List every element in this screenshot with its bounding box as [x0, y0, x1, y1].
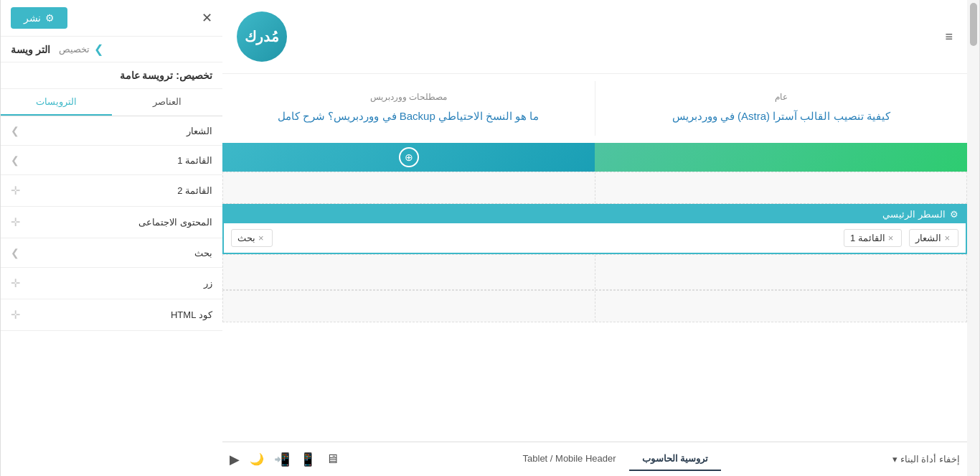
footer-left: إخفاء أداة البناء ▾: [892, 454, 960, 465]
preview-scrollbar[interactable]: [967, 0, 980, 476]
menu-tag-label: القائمة 1: [850, 233, 885, 243]
footer-bar: إخفاء أداة البناء ▾ تروسية الحاسوب Table…: [222, 442, 967, 476]
builder-row-items: × الشعار × القائمة 1 × بحث: [224, 223, 966, 253]
panel-tabs: العناصر الترويسات: [1, 89, 222, 116]
panel-breadcrumb: ❯ تخصيص التر ويسة: [1, 37, 222, 62]
site-logo: مُدرك: [237, 11, 287, 62]
builder-tag-search[interactable]: × بحث: [231, 229, 273, 247]
hide-label: إخفاء أداة البناء: [900, 454, 960, 465]
scroll-thumb: [970, 3, 977, 46]
breadcrumb-arrow-icon[interactable]: ❯: [94, 42, 103, 56]
tab-mobile[interactable]: Tablet / Mobile Header: [510, 447, 629, 471]
panel-item-controls: ✛: [11, 215, 20, 229]
search-tag-close[interactable]: ×: [258, 233, 264, 243]
panel-item-arrow-icon: ❯: [11, 154, 19, 166]
panel-list-item[interactable]: الشعار❯: [1, 116, 222, 146]
builder-bottom-row-2: [222, 290, 967, 322]
breadcrumb-parent: تخصيص: [59, 44, 90, 55]
builder-tag-menu[interactable]: × القائمة 1: [844, 229, 902, 247]
panel-item-controls: ❯: [11, 125, 19, 136]
panel-item-label: بحث: [194, 248, 212, 258]
panel-item-arrow-icon: ❯: [11, 125, 19, 136]
builder-col-1: [595, 172, 967, 203]
articles-area: عام كيفية تنصيب القالب آسترا (Astra) في …: [222, 74, 967, 143]
panel-list-item[interactable]: المحتوى الاجتماعى✛: [1, 207, 222, 238]
drag-handle-icon[interactable]: ✛: [11, 215, 20, 229]
drag-handle-icon[interactable]: ✛: [11, 276, 20, 290]
article-2-category: مصطلحات ووردبريس: [237, 92, 580, 102]
panel-item-controls: ❯: [11, 154, 19, 166]
panel-top-bar: ✕ ⚙ نشر: [1, 0, 222, 37]
tab-headers[interactable]: الترويسات: [1, 89, 112, 116]
panel-list-item[interactable]: كود HTML✛: [1, 299, 222, 331]
drag-handle-icon[interactable]: ✛: [11, 184, 20, 197]
search-tag-label: بحث: [237, 233, 255, 243]
desktop-icon[interactable]: 🖥: [326, 452, 339, 467]
logo-tag-label: الشعار: [915, 233, 941, 243]
chevron-icon: ▾: [892, 454, 897, 465]
article-1-category: عام: [610, 92, 953, 102]
breadcrumb-current: التر ويسة: [11, 44, 50, 55]
builder-row-header: ⚙ السطر الرئيسي: [224, 205, 966, 223]
publish-label: نشر: [24, 12, 41, 24]
panel-list-item[interactable]: القائمة 1❯: [1, 146, 222, 175]
logo-tag-close[interactable]: ×: [944, 233, 950, 243]
builder-bottom-row-1: [222, 254, 967, 290]
footer-icons: 🖥 📱 📲 🌙 ▶: [230, 452, 339, 467]
article-1-title: كيفية تنصيب القالب آسترا (Astra) في وورد…: [610, 108, 953, 125]
panel-list-item[interactable]: القائمة 2✛: [1, 175, 222, 207]
builder-tag-logo[interactable]: × الشعار: [909, 229, 958, 247]
preview-header: ≡ مُدرك: [222, 0, 967, 74]
panel-item-label: القائمة 1: [177, 155, 212, 166]
panel-item-label: كود HTML: [171, 309, 212, 320]
article-2-title: ما هو النسخ الاحتياطي Backup في ووردبريس…: [237, 108, 580, 125]
drag-handle-icon[interactable]: ✛: [11, 308, 20, 322]
panel-item-controls: ✛: [11, 308, 20, 322]
menu-tag-close[interactable]: ×: [888, 233, 894, 243]
main-row-label: السطر الرئيسي: [882, 209, 946, 220]
green-block-2: ⊕: [222, 143, 595, 172]
panel-item-label: الشعار: [187, 126, 212, 136]
target-icon: ⊕: [399, 147, 419, 167]
panel-item-arrow-icon: ❯: [11, 247, 19, 258]
panel-close-button[interactable]: ✕: [202, 10, 212, 26]
panel-item-controls: ❯: [11, 247, 19, 258]
publish-button[interactable]: ⚙ نشر: [11, 7, 67, 29]
article-card-1: عام كيفية تنصيب القالب آسترا (Astra) في …: [595, 81, 968, 136]
panel-item-label: زر: [204, 278, 212, 289]
image-placeholders: ⊕: [222, 143, 967, 172]
footer-tabs: تروسية الحاسوب Tablet / Mobile Header: [510, 447, 722, 471]
green-block-1: [595, 143, 967, 172]
panel-list-item[interactable]: زر✛: [1, 268, 222, 299]
moon-icon[interactable]: 🌙: [250, 452, 264, 466]
right-panel: ✕ ⚙ نشر ❯ تخصيص التر ويسة تخصيص: ترويسة …: [0, 0, 222, 476]
article-card-2: مصطلحات ووردبريس ما هو النسخ الاحتياطي B…: [222, 81, 595, 136]
panel-list-item[interactable]: بحث❯: [1, 238, 222, 268]
tab-desktop[interactable]: تروسية الحاسوب: [629, 447, 722, 471]
hamburger-icon: ≡: [945, 29, 953, 45]
tab-elements[interactable]: العناصر: [112, 89, 223, 116]
builder-main-row: ⚙ السطر الرئيسي × الشعار × القائمة 1: [222, 204, 967, 254]
panel-item-controls: ✛: [11, 184, 20, 197]
panel-item-controls: ✛: [11, 276, 20, 290]
hide-builder-btn[interactable]: إخفاء أداة البناء ▾: [892, 454, 960, 465]
panel-item-label: المحتوى الاجتماعى: [138, 217, 212, 228]
panel-section-title: تخصيص: ترويسة عامة: [1, 62, 222, 89]
mobile-icon[interactable]: 📲: [274, 452, 290, 467]
builder-col-2: [223, 172, 595, 203]
row-gear-icon[interactable]: ⚙: [950, 209, 958, 220]
tablet-icon[interactable]: 📱: [300, 452, 316, 467]
panel-items-list: الشعار❯القائمة 1❯القائمة 2✛المحتوى الاجت…: [1, 116, 222, 476]
play-icon[interactable]: ▶: [230, 452, 240, 467]
builder-empty-row-top: [222, 172, 967, 204]
gear-in-publish: ⚙: [45, 12, 55, 24]
builder-area: ⚙ السطر الرئيسي × الشعار × القائمة 1: [222, 172, 967, 322]
panel-item-label: القائمة 2: [177, 185, 212, 196]
